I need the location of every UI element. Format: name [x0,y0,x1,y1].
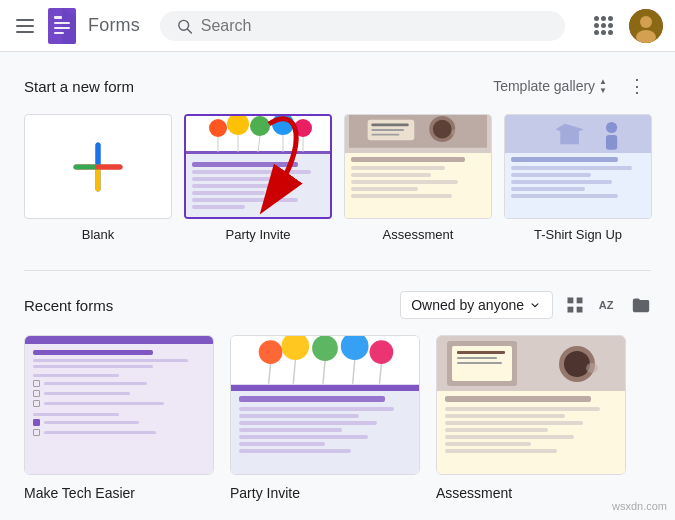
svg-line-6 [188,29,192,33]
recent-assessment-thumb [436,335,626,475]
assessment-thumb [344,114,492,219]
recent-card-party-invite[interactable]: Party Invite [230,335,420,501]
svg-rect-39 [577,298,583,304]
search-icon [176,17,193,35]
svg-point-20 [294,119,312,137]
recent-party-invite-label: Party Invite [230,485,420,501]
folder-view-button[interactable] [631,296,651,314]
blank-thumb [24,114,172,219]
new-form-section-header: Start a new form Template gallery ▲ ▼ ⋮ [24,72,651,100]
party-invite-label: Party Invite [225,227,290,242]
svg-point-35 [606,122,617,133]
svg-point-49 [370,340,394,364]
party-invite-thumb [184,114,332,219]
more-options-button[interactable]: ⋮ [623,72,651,100]
template-card-assessment[interactable]: Assessment [344,114,492,242]
svg-point-18 [250,116,270,136]
recent-party-invite-thumb [230,335,420,475]
app-title: Forms [88,15,140,36]
svg-rect-40 [568,307,574,313]
svg-point-63 [586,363,598,373]
svg-rect-3 [54,32,64,34]
svg-rect-44 [231,385,419,389]
svg-point-19 [272,116,294,135]
apps-button[interactable] [585,8,621,44]
template-card-blank[interactable]: Blank [24,114,172,242]
owned-by-button[interactable]: Owned by anyone [400,291,553,319]
recent-title: Recent forms [24,297,113,314]
plus-icon [70,139,126,195]
svg-rect-4 [54,16,62,19]
avatar[interactable] [629,9,663,43]
svg-rect-41 [577,307,583,313]
svg-point-62 [564,351,590,377]
svg-rect-58 [457,351,505,354]
app-header: Forms [0,0,675,52]
recent-forms-grid: Make Tech Easier [24,335,651,501]
svg-rect-2 [54,27,70,29]
grid-view-button[interactable] [565,295,585,315]
svg-line-23 [258,136,260,152]
search-bar[interactable] [160,11,565,41]
svg-rect-36 [606,135,617,150]
svg-rect-33 [371,134,399,136]
recent-card-make-tech-easier[interactable]: Make Tech Easier [24,335,214,501]
make-tech-easier-thumb [24,335,214,475]
svg-rect-59 [457,357,497,359]
svg-rect-60 [457,362,502,364]
owned-by-label: Owned by anyone [411,297,524,313]
sort-arrows-icon: ▲ ▼ [599,78,607,95]
recent-card-assessment[interactable]: Assessment [436,335,626,501]
section-actions: Template gallery ▲ ▼ ⋮ [485,72,651,100]
template-card-tshirt[interactable]: T-Shirt Sign Up [504,114,652,242]
grid-icon [594,16,613,35]
search-input[interactable] [201,17,549,35]
hamburger-menu-button[interactable] [12,14,36,38]
header-right [585,8,663,44]
svg-point-45 [259,340,283,364]
svg-text:AZ: AZ [599,299,614,311]
view-controls: AZ [565,295,651,315]
svg-rect-1 [54,22,70,24]
confetti-area [186,116,330,154]
svg-point-16 [209,119,227,137]
tshirt-thumb [504,114,652,219]
svg-point-29 [452,129,461,136]
svg-rect-31 [371,123,408,126]
recent-assessment-label: Assessment [436,485,626,501]
svg-rect-32 [371,129,404,131]
header-left: Forms [12,6,140,46]
blank-label: Blank [82,227,115,242]
svg-point-17 [227,116,249,135]
svg-rect-38 [568,298,574,304]
svg-point-8 [640,16,652,28]
make-tech-easier-label: Make Tech Easier [24,485,214,501]
assessment-label: Assessment [383,227,454,242]
section-divider [24,270,651,271]
templates-row: Blank [24,114,651,242]
main-content: Start a new form Template gallery ▲ ▼ ⋮ [0,52,675,520]
recent-header: Recent forms Owned by anyone [24,291,651,319]
template-card-party-invite[interactable]: Party Invite [184,114,332,242]
svg-point-47 [312,336,338,361]
new-form-title: Start a new form [24,78,134,95]
svg-point-28 [433,120,452,139]
dropdown-arrow-icon [528,298,542,312]
tshirt-label: T-Shirt Sign Up [534,227,622,242]
sort-button[interactable]: AZ [597,295,619,315]
app-logo [46,6,78,46]
template-gallery-button[interactable]: Template gallery ▲ ▼ [485,74,615,99]
